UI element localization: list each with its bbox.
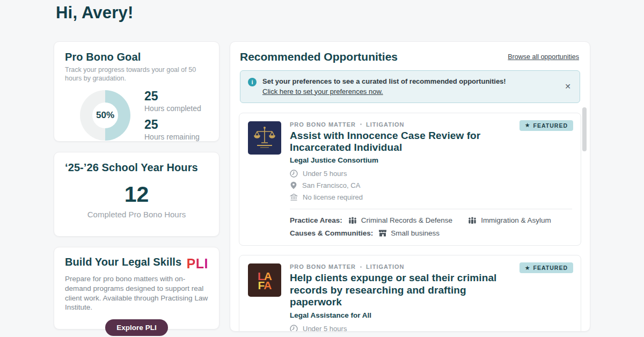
location-pin-icon bbox=[290, 181, 297, 189]
explore-pli-button[interactable]: Explore PLI bbox=[105, 319, 167, 336]
goal-percent-label: 50% bbox=[80, 90, 130, 141]
lafa-letter: F bbox=[258, 279, 264, 291]
browse-all-opportunities-link[interactable]: Browse all opportunities bbox=[508, 53, 579, 61]
banner-close-icon[interactable]: ✕ bbox=[565, 82, 571, 91]
clock-icon bbox=[290, 325, 298, 332]
skills-card-body: Prepare for pro bono matters with on-dem… bbox=[65, 274, 208, 312]
people-group-icon bbox=[348, 217, 357, 224]
opportunity-category-label: LITIGATION bbox=[366, 263, 405, 270]
skills-card-title: Build Your Legal Skills bbox=[65, 256, 181, 268]
opportunity-category-label: LITIGATION bbox=[366, 121, 405, 128]
hours-completed-value: 25 bbox=[144, 90, 201, 102]
cause-tag: Small business bbox=[378, 229, 440, 237]
clock-icon bbox=[290, 170, 298, 178]
dashboard-page: Hi, Avery! Pro Bono Goal Track your prog… bbox=[0, 0, 644, 337]
meta-time-text: Under 5 hours bbox=[303, 170, 347, 178]
opportunity-card-innocence-review[interactable]: ★ FEATURED bbox=[239, 113, 581, 246]
set-preferences-link[interactable]: Click here to set your preferences now. bbox=[262, 87, 383, 96]
featured-badge-label: FEATURED bbox=[533, 122, 568, 129]
practice-areas-row: Practice Areas: Criminal Records & bbox=[290, 216, 572, 224]
meta-license: No license required bbox=[290, 193, 572, 201]
dot-separator bbox=[360, 266, 362, 268]
school-hours-value: 12 bbox=[65, 182, 208, 207]
opportunities-list: ★ FEATURED bbox=[239, 113, 581, 332]
opportunity-title[interactable]: Assist with Innocence Case Review for In… bbox=[290, 130, 572, 154]
causes-label: Causes & Communities: bbox=[290, 229, 373, 237]
banner-text: Set your preferences to see a curated li… bbox=[262, 77, 506, 86]
opportunity-org: Legal Justice Consortium bbox=[290, 156, 572, 164]
meta-location: San Francisco, CA bbox=[290, 181, 572, 189]
opportunity-title[interactable]: Help clients expunge or seal their crimi… bbox=[290, 272, 572, 308]
meta-location-text: San Francisco, CA bbox=[302, 181, 360, 189]
goal-card-title: Pro Bono Goal bbox=[65, 51, 208, 63]
meta-time-commitment: Under 5 hours bbox=[290, 170, 572, 178]
scales-of-justice-icon bbox=[252, 125, 277, 151]
courthouse-icon bbox=[290, 193, 298, 201]
school-hours-label: Completed Pro Bono Hours bbox=[65, 210, 208, 219]
school-year-hours-card: ‘25-’26 School Year Hours 12 Completed P… bbox=[54, 152, 219, 237]
page-greeting: Hi, Avery! bbox=[56, 3, 133, 23]
practice-area-tag: Criminal Records & Defense bbox=[348, 216, 452, 224]
star-icon: ★ bbox=[525, 265, 530, 271]
hours-remaining-label: Hours remaining bbox=[144, 133, 201, 141]
recommended-opportunities-panel: Recommended Opportunities Browse all opp… bbox=[230, 41, 590, 332]
org-logo-legal-assistance-for-all: LA FA bbox=[248, 263, 281, 297]
meta-license-text: No license required bbox=[303, 193, 363, 201]
causes-communities-row: Causes & Communities: Small business bbox=[290, 229, 572, 237]
hours-completed-stat: 25 Hours completed bbox=[144, 90, 201, 113]
pro-bono-goal-card: Pro Bono Goal Track your progress toward… bbox=[54, 41, 219, 142]
divider bbox=[290, 209, 572, 209]
featured-badge: ★ FEATURED bbox=[519, 262, 573, 273]
hours-completed-label: Hours completed bbox=[144, 104, 201, 113]
people-group-icon bbox=[467, 217, 477, 224]
practice-areas-label: Practice Areas: bbox=[290, 216, 342, 224]
practice-area-text: Immigration & Asylum bbox=[481, 216, 551, 224]
star-icon: ★ bbox=[525, 122, 530, 128]
hours-remaining-stat: 25 Hours remaining bbox=[144, 119, 201, 141]
featured-badge: ★ FEATURED bbox=[519, 120, 573, 131]
goal-progress-donut-chart: 50% bbox=[80, 90, 130, 141]
vertical-scrollbar-thumb[interactable] bbox=[582, 107, 587, 151]
org-logo-legal-justice-consortium bbox=[248, 121, 281, 155]
opportunities-title: Recommended Opportunities bbox=[240, 50, 398, 63]
cause-text: Small business bbox=[391, 229, 440, 237]
opportunity-card-expunge-records[interactable]: ★ FEATURED LA FA PRO BONO MATTER LITIGAT… bbox=[239, 255, 581, 332]
preferences-info-banner: i Set your preferences to see a curated … bbox=[240, 70, 580, 103]
storefront-icon bbox=[378, 229, 387, 237]
dot-separator bbox=[360, 123, 362, 125]
info-icon: i bbox=[248, 78, 257, 86]
pli-logo: PLI bbox=[187, 257, 208, 270]
meta-time-commitment: Under 5 hours bbox=[290, 325, 572, 332]
opportunity-org: Legal Assistance for All bbox=[290, 311, 572, 319]
meta-time-text: Under 5 hours bbox=[303, 325, 347, 332]
featured-badge-label: FEATURED bbox=[533, 265, 568, 271]
school-card-title: ‘25-’26 School Year Hours bbox=[65, 162, 208, 174]
hours-remaining-value: 25 bbox=[144, 119, 201, 131]
goal-card-subtitle: Track your progress towards your goal of… bbox=[65, 65, 208, 83]
lafa-letter: A bbox=[264, 279, 271, 291]
legal-skills-card: Build Your Legal Skills PLI Prepare for … bbox=[54, 247, 219, 329]
practice-area-tag: Immigration & Asylum bbox=[467, 216, 551, 224]
opportunity-type-label: PRO BONO MATTER bbox=[290, 263, 356, 270]
opportunity-type-label: PRO BONO MATTER bbox=[290, 121, 356, 128]
practice-area-text: Criminal Records & Defense bbox=[361, 216, 452, 224]
